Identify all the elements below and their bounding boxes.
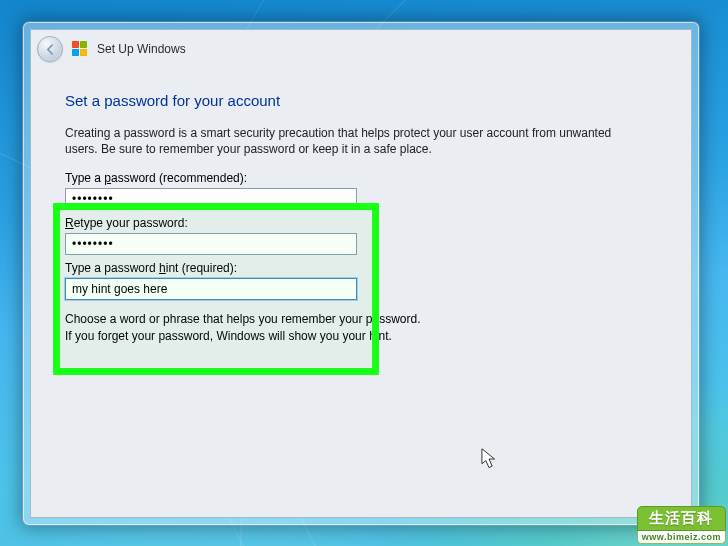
window-inner: Set Up Windows Set a password for your a…	[30, 29, 692, 518]
desktop-wallpaper: Set Up Windows Set a password for your a…	[0, 0, 728, 546]
page-heading: Set a password for your account	[65, 92, 657, 109]
retype-password-input[interactable]	[65, 233, 357, 255]
page-description: Creating a password is a smart security …	[65, 125, 625, 157]
password-hint-input[interactable]	[65, 278, 357, 300]
password-hint-label: Type a password hint (required):	[65, 261, 365, 275]
retype-password-label: Retype your password:	[65, 216, 365, 230]
password-form: Type a password (recommended): Retype yo…	[65, 171, 365, 300]
window-title: Set Up Windows	[97, 42, 186, 56]
setup-window: Set Up Windows Set a password for your a…	[22, 21, 700, 526]
back-button[interactable]	[37, 36, 63, 62]
password-label: Type a password (recommended):	[65, 171, 365, 185]
arrow-left-icon	[44, 43, 57, 56]
watermark-url: www.bimeiz.com	[637, 531, 726, 544]
hint-help-text: Choose a word or phrase that helps you r…	[65, 311, 657, 343]
windows-flag-icon	[71, 40, 89, 58]
window-header: Set Up Windows	[31, 30, 691, 64]
content-area: Set a password for your account Creating…	[31, 64, 691, 344]
password-input[interactable]	[65, 188, 357, 210]
